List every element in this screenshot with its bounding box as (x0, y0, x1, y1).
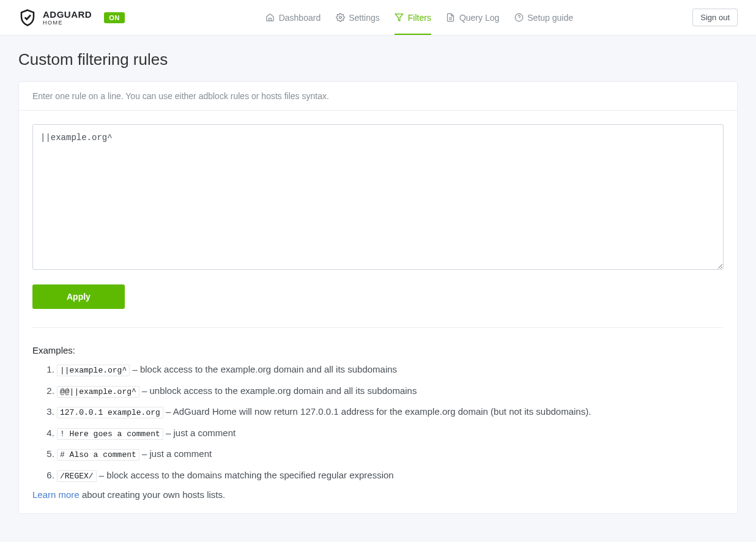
learn-more-text: about creating your own hosts lists. (80, 489, 225, 500)
rules-textarea[interactable]: ||example.org^ (32, 124, 724, 270)
divider (32, 327, 724, 328)
example-code: /REGEX/ (57, 470, 97, 482)
list-item: /REGEX/ – block access to the domains ma… (57, 469, 724, 483)
example-code: # Also a comment (57, 449, 139, 461)
brand[interactable]: ADGUARD HOME ON (18, 9, 125, 27)
nav-label: Settings (349, 13, 380, 23)
example-desc: – AdGuard Home will now return 127.0.0.1… (163, 406, 591, 417)
card-body: ||example.org^ Apply Examples: ||example… (19, 111, 737, 513)
nav-settings[interactable]: Settings (335, 0, 380, 35)
example-desc: – just a comment (163, 428, 235, 438)
example-desc: – block access to the domains matching t… (97, 470, 394, 480)
home-icon (265, 13, 275, 23)
file-text-icon (446, 13, 456, 23)
gear-icon (335, 13, 345, 23)
examples-list: ||example.org^ – block access to the exa… (32, 363, 724, 482)
list-item: @@||example.org^ – unblock access to the… (57, 384, 724, 398)
apply-button[interactable]: Apply (32, 284, 125, 309)
brand-text: ADGUARD HOME (43, 10, 92, 26)
header: ADGUARD HOME ON Dashboard Settings Filte… (0, 0, 756, 35)
example-code: @@||example.org^ (57, 386, 139, 398)
nav-dashboard[interactable]: Dashboard (265, 0, 321, 35)
nav-querylog[interactable]: Query Log (446, 0, 499, 35)
example-desc: – just a comment (139, 448, 212, 459)
example-code: ||example.org^ (57, 365, 130, 376)
brand-subtitle: HOME (43, 20, 92, 26)
brand-title: ADGUARD (43, 10, 92, 19)
example-desc: – block access to the example.org domain… (130, 364, 397, 374)
nav-label: Filters (408, 13, 431, 23)
page-content: Custom filtering rules Enter one rule on… (0, 35, 756, 532)
example-code: 127.0.0.1 example.org (57, 407, 163, 418)
rules-card: Enter one rule on a line. You can use ei… (18, 81, 738, 514)
learn-more: Learn more about creating your own hosts… (32, 489, 724, 500)
list-item: ! Here goes a comment – just a comment (57, 426, 724, 440)
help-circle-icon (514, 13, 524, 23)
card-header-hint: Enter one rule on a line. You can use ei… (19, 82, 737, 111)
filter-icon (395, 13, 404, 23)
svg-point-0 (339, 17, 341, 19)
main-nav: Dashboard Settings Filters Query Log Set… (265, 0, 573, 35)
list-item: 127.0.0.1 example.org – AdGuard Home wil… (57, 405, 724, 419)
examples-title: Examples: (32, 345, 724, 355)
example-desc: – unblock access to the example.org doma… (139, 385, 417, 396)
status-badge[interactable]: ON (104, 12, 125, 23)
nav-label: Query Log (459, 13, 499, 23)
example-code: ! Here goes a comment (57, 428, 163, 440)
list-item: ||example.org^ – block access to the exa… (57, 363, 724, 377)
learn-more-link[interactable]: Learn more (32, 489, 80, 500)
page-title: Custom filtering rules (18, 50, 738, 69)
list-item: # Also a comment – just a comment (57, 447, 724, 461)
shield-check-icon (18, 9, 37, 27)
nav-filters[interactable]: Filters (395, 0, 431, 35)
nav-setupguide[interactable]: Setup guide (514, 0, 573, 35)
svg-marker-1 (396, 14, 404, 21)
nav-label: Setup guide (527, 13, 573, 23)
signout-button[interactable]: Sign out (692, 9, 738, 26)
nav-label: Dashboard (279, 13, 321, 23)
